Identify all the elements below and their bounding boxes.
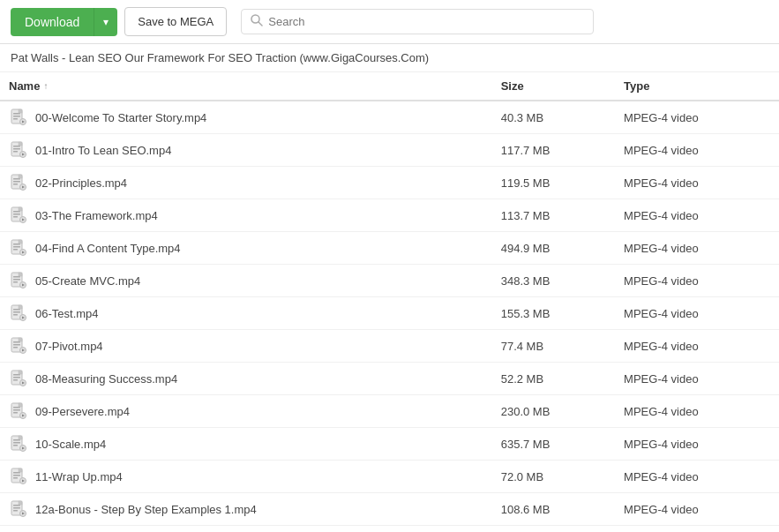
file-icon (9, 467, 28, 486)
file-size: 52.2 MB (492, 363, 615, 395)
svg-rect-33 (13, 249, 18, 251)
file-type: MPEG-4 video (615, 526, 779, 533)
svg-rect-54 (13, 347, 18, 348)
table-row[interactable]: 10-Scale.mp4 635.7 MBMPEG-4 video (0, 428, 779, 461)
file-name-cell[interactable]: 08-Measuring Success.mp4 (0, 363, 492, 395)
file-type: MPEG-4 video (615, 199, 779, 232)
svg-rect-27 (19, 207, 22, 211)
table-row[interactable]: 02-Principles.mp4 119.5 MBMPEG-4 video (0, 167, 779, 199)
file-type: MPEG-4 video (615, 330, 779, 363)
table-row[interactable]: 09-Persevere.mp4 230.0 MBMPEG-4 video (0, 395, 779, 428)
file-type: MPEG-4 video (615, 428, 779, 461)
file-name-cell[interactable]: 10-Scale.mp4 (0, 428, 492, 461)
file-type: MPEG-4 video (615, 134, 779, 167)
file-name-cell[interactable]: 07-Pivot.mp4 (0, 330, 492, 363)
download-dropdown-button[interactable]: ▾ (94, 8, 117, 36)
svg-rect-12 (13, 151, 18, 153)
svg-rect-20 (19, 175, 22, 178)
file-name: 03-The Framework.mp4 (35, 209, 158, 222)
file-size: 155.3 MB (492, 297, 615, 330)
col-header-size[interactable]: Size (492, 72, 615, 101)
sort-arrow-icon: ↑ (43, 81, 48, 91)
file-size: 635.7 MB (492, 428, 615, 461)
file-type: MPEG-4 video (615, 297, 779, 330)
table-row[interactable]: 12a-Bonus - Step By Step Examples 1.mp4 … (0, 493, 779, 526)
file-name-cell[interactable]: 03-The Framework.mp4 (0, 199, 492, 232)
svg-rect-61 (13, 379, 18, 381)
file-name-cell[interactable]: 12b-Bonus - Step By Step Examples 2.mp4 (0, 526, 492, 533)
svg-rect-5 (13, 118, 18, 120)
svg-rect-81 (13, 475, 20, 476)
svg-rect-90 (19, 501, 22, 505)
file-icon (9, 108, 28, 127)
file-type: MPEG-4 video (615, 363, 779, 395)
file-name: 12a-Bonus - Step By Step Examples 1.mp4 (35, 503, 257, 516)
col-header-type[interactable]: Type (615, 72, 779, 101)
svg-rect-13 (19, 142, 22, 146)
col-header-name[interactable]: Name ↑ (0, 72, 492, 101)
file-type: MPEG-4 video (615, 167, 779, 199)
table-row[interactable]: 11-Wrap Up.mp4 72.0 MBMPEG-4 video (0, 461, 779, 493)
table-row[interactable]: 12b-Bonus - Step By Step Examples 2.mp4 … (0, 526, 779, 533)
file-size: 113.7 MB (492, 199, 615, 232)
table-row[interactable]: 07-Pivot.mp4 77.4 MBMPEG-4 video (0, 330, 779, 363)
download-button[interactable]: Download (11, 8, 94, 36)
svg-rect-25 (13, 214, 20, 215)
search-icon (251, 14, 263, 29)
chevron-down-icon: ▾ (103, 16, 109, 28)
file-name: 06-Test.mp4 (35, 307, 99, 320)
file-icon (9, 271, 28, 290)
file-name-cell[interactable]: 04-Find A Content Type.mp4 (0, 232, 492, 265)
svg-rect-6 (19, 109, 22, 113)
file-name-cell[interactable]: 02-Principles.mp4 (0, 167, 492, 199)
save-to-mega-button[interactable]: Save to MEGA (124, 7, 227, 36)
table-row[interactable]: 04-Find A Content Type.mp4 494.9 MBMPEG-… (0, 232, 779, 265)
file-name-cell[interactable]: 05-Create MVC.mp4 (0, 265, 492, 297)
file-name-cell[interactable]: 01-Intro To Lean SEO.mp4 (0, 134, 492, 167)
svg-rect-83 (19, 468, 22, 472)
svg-rect-89 (13, 510, 18, 512)
svg-rect-19 (13, 184, 18, 185)
file-name-cell[interactable]: 12a-Bonus - Step By Step Examples 1.mp4 (0, 493, 492, 526)
file-type: MPEG-4 video (615, 395, 779, 428)
svg-rect-34 (19, 240, 22, 244)
svg-rect-60 (13, 377, 20, 378)
file-name-cell[interactable]: 11-Wrap Up.mp4 (0, 461, 492, 493)
table-row[interactable]: 05-Create MVC.mp4 348.3 MBMPEG-4 video (0, 265, 779, 297)
svg-line-1 (258, 22, 262, 26)
svg-rect-76 (19, 436, 22, 439)
svg-rect-18 (13, 181, 20, 183)
file-name-cell[interactable]: 00-Welcome To Starter Story.mp4 (0, 101, 492, 134)
file-name: 02-Principles.mp4 (35, 176, 127, 190)
svg-rect-47 (13, 314, 18, 316)
file-name: 01-Intro To Lean SEO.mp4 (35, 144, 171, 157)
svg-rect-11 (13, 148, 20, 150)
file-name-cell[interactable]: 09-Persevere.mp4 (0, 395, 492, 428)
table-row[interactable]: 08-Measuring Success.mp4 52.2 MBMPEG-4 v… (0, 363, 779, 395)
toolbar: Download ▾ Save to MEGA (0, 0, 779, 44)
file-icon (9, 173, 28, 192)
file-size: 117.7 MB (492, 134, 615, 167)
file-name: 10-Scale.mp4 (35, 438, 106, 451)
svg-rect-69 (19, 403, 22, 407)
file-icon (9, 369, 28, 388)
file-name: 00-Welcome To Starter Story.mp4 (35, 111, 206, 124)
table-row[interactable]: 03-The Framework.mp4 113.7 MBMPEG-4 vide… (0, 199, 779, 232)
file-type: MPEG-4 video (615, 232, 779, 265)
svg-rect-62 (19, 371, 22, 374)
file-size: 348.3 MB (492, 265, 615, 297)
table-row[interactable]: 00-Welcome To Starter Story.mp4 40.3 MBM… (0, 101, 779, 134)
file-name-cell[interactable]: 06-Test.mp4 (0, 297, 492, 330)
file-type: MPEG-4 video (615, 493, 779, 526)
svg-rect-55 (19, 338, 22, 341)
file-name: 07-Pivot.mp4 (35, 340, 103, 353)
file-name: 11-Wrap Up.mp4 (35, 470, 123, 483)
table-row[interactable]: 06-Test.mp4 155.3 MBMPEG-4 video (0, 297, 779, 330)
file-size: 494.9 MB (492, 232, 615, 265)
svg-rect-40 (13, 281, 18, 283)
file-icon (9, 336, 28, 356)
search-input[interactable] (268, 15, 584, 28)
table-row[interactable]: 01-Intro To Lean SEO.mp4 117.7 MBMPEG-4 … (0, 134, 779, 167)
file-name: 08-Measuring Success.mp4 (35, 372, 177, 386)
file-size: 40.3 MB (492, 101, 615, 134)
